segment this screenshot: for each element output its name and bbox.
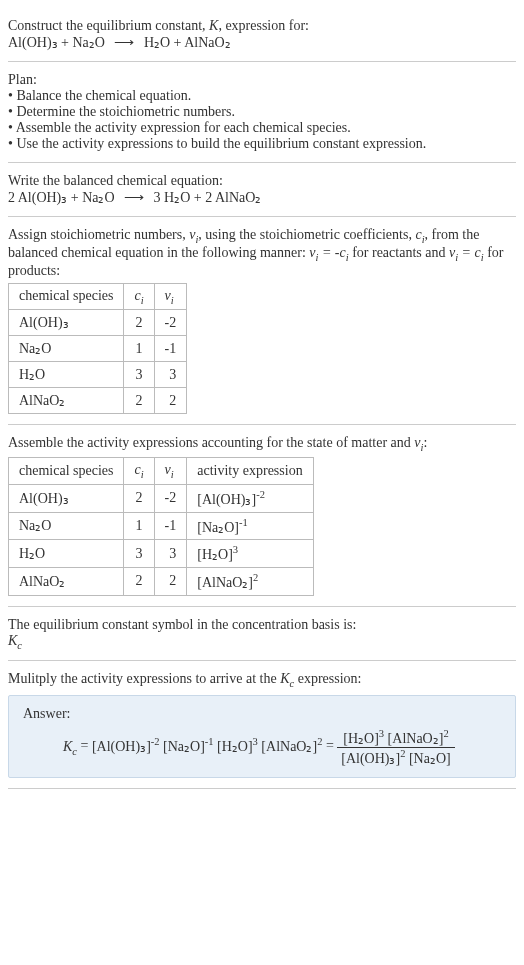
cell-c: 2 <box>124 484 154 512</box>
intro-line1a: Construct the equilibrium constant, <box>8 18 209 33</box>
symbol-text: The equilibrium constant symbol in the c… <box>8 617 516 633</box>
fraction: [H₂O]3 [AlNaO₂]2 [Al(OH)₃]2 [Na₂O] <box>337 728 454 766</box>
stoich-section: Assign stoichiometric numbers, νi, using… <box>8 217 516 425</box>
table-row: Na₂O 1 -1 <box>9 336 187 362</box>
plan-item: Balance the chemical equation. <box>8 88 516 104</box>
term4: [AlNaO₂]2 <box>261 739 322 754</box>
st-d: for reactants and <box>349 245 449 260</box>
kc-inline: Kc <box>280 671 294 686</box>
rel-products: νi = ci <box>449 245 484 260</box>
cell-species: AlNaO₂ <box>9 388 124 414</box>
plan-item: Use the activity expressions to build th… <box>8 136 516 152</box>
intro-section: Construct the equilibrium constant, K, e… <box>8 8 516 62</box>
table-row: Al(OH)₃ 2 -2 <box>9 310 187 336</box>
final-intro: Mulitply the activity expressions to arr… <box>8 671 516 689</box>
st-a: Assign stoichiometric numbers, <box>8 227 189 242</box>
kc-lhs: Kc <box>63 739 77 754</box>
term2: [Na₂O]-1 <box>163 739 214 754</box>
kc-symbol: Kc <box>8 633 516 651</box>
symbol-section: The equilibrium constant symbol in the c… <box>8 607 516 662</box>
cell-expr: [Al(OH)₃]-2 <box>187 484 313 512</box>
denominator: [Al(OH)₃]2 [Na₂O] <box>337 748 454 767</box>
cell-v: -1 <box>154 336 187 362</box>
cell-species: Al(OH)₃ <box>9 484 124 512</box>
table-row: AlNaO₂ 2 2 <box>9 388 187 414</box>
cell-c: 2 <box>124 388 154 414</box>
cell-c: 1 <box>124 512 154 540</box>
eq-rhs: H₂O + AlNaO₂ <box>144 35 231 50</box>
stoich-text: Assign stoichiometric numbers, νi, using… <box>8 227 516 279</box>
cell-expr: [Na₂O]-1 <box>187 512 313 540</box>
balanced-rhs: 3 H₂O + 2 AlNaO₂ <box>154 190 262 205</box>
st-b: , using the stoichiometric coefficients, <box>198 227 415 242</box>
table-row: Na₂O 1 -1 [Na₂O]-1 <box>9 512 314 540</box>
cell-c: 2 <box>124 310 154 336</box>
cell-c: 3 <box>124 362 154 388</box>
act-a: Assemble the activity expressions accoun… <box>8 435 414 450</box>
cell-species: Na₂O <box>9 336 124 362</box>
th-expr: activity expression <box>187 458 313 485</box>
fin-b: expression: <box>294 671 361 686</box>
cell-species: Na₂O <box>9 512 124 540</box>
plan-section: Plan: Balance the chemical equation. Det… <box>8 62 516 163</box>
cell-expr: [H₂O]3 <box>187 540 313 568</box>
th-species: chemical species <box>9 458 124 485</box>
rel-reactants: νi = -ci <box>309 245 348 260</box>
equals2: = <box>322 739 337 754</box>
activity-table: chemical species ci νi activity expressi… <box>8 457 314 595</box>
cell-c: 2 <box>124 567 154 595</box>
fin-a: Mulitply the activity expressions to arr… <box>8 671 280 686</box>
term1: [Al(OH)₃]-2 <box>92 739 160 754</box>
plan-item: Determine the stoichiometric numbers. <box>8 104 516 120</box>
final-section: Mulitply the activity expressions to arr… <box>8 661 516 788</box>
eq-lhs: Al(OH)₃ + Na₂O <box>8 35 105 50</box>
cell-species: H₂O <box>9 540 124 568</box>
unbalanced-equation: Al(OH)₃ + Na₂O ⟶ H₂O + AlNaO₂ <box>8 34 516 51</box>
answer-equation: Kc = [Al(OH)₃]-2 [Na₂O]-1 [H₂O]3 [AlNaO₂… <box>23 728 501 766</box>
table-row: H₂O 3 3 <box>9 362 187 388</box>
cell-c: 1 <box>124 336 154 362</box>
arrow-icon: ⟶ <box>124 189 144 206</box>
stoich-table: chemical species ci νi Al(OH)₃ 2 -2 Na₂O… <box>8 283 187 415</box>
balanced-equation: 2 Al(OH)₃ + Na₂O ⟶ 3 H₂O + 2 AlNaO₂ <box>8 189 516 206</box>
intro-line1b: , expression for: <box>218 18 309 33</box>
answer-box: Answer: Kc = [Al(OH)₃]-2 [Na₂O]-1 [H₂O]3… <box>8 695 516 777</box>
cell-species: Al(OH)₃ <box>9 310 124 336</box>
answer-label: Answer: <box>23 706 501 722</box>
cell-c: 3 <box>124 540 154 568</box>
cell-v: 2 <box>154 567 187 595</box>
table-row: AlNaO₂ 2 2 [AlNaO₂]2 <box>9 567 314 595</box>
cell-expr: [AlNaO₂]2 <box>187 567 313 595</box>
table-header-row: chemical species ci νi activity expressi… <box>9 458 314 485</box>
cell-v: -2 <box>154 484 187 512</box>
cell-species: AlNaO₂ <box>9 567 124 595</box>
th-c: ci <box>124 458 154 485</box>
cell-v: -2 <box>154 310 187 336</box>
c-symbol: ci <box>415 227 424 242</box>
cell-v: 2 <box>154 388 187 414</box>
balanced-section: Write the balanced chemical equation: 2 … <box>8 163 516 217</box>
balanced-intro: Write the balanced chemical equation: <box>8 173 516 189</box>
arrow-icon: ⟶ <box>114 34 134 51</box>
cell-v: 3 <box>154 362 187 388</box>
table-header-row: chemical species ci νi <box>9 283 187 310</box>
activity-text: Assemble the activity expressions accoun… <box>8 435 516 453</box>
th-c: ci <box>124 283 154 310</box>
balanced-lhs: 2 Al(OH)₃ + Na₂O <box>8 190 115 205</box>
cell-v: 3 <box>154 540 187 568</box>
plan-item: Assemble the activity expression for eac… <box>8 120 516 136</box>
nu-symbol: νi <box>189 227 198 242</box>
equals: = <box>77 739 92 754</box>
th-species: chemical species <box>9 283 124 310</box>
act-b: : <box>423 435 427 450</box>
table-row: H₂O 3 3 [H₂O]3 <box>9 540 314 568</box>
term3: [H₂O]3 <box>217 739 258 754</box>
cell-species: H₂O <box>9 362 124 388</box>
cell-v: -1 <box>154 512 187 540</box>
table-row: Al(OH)₃ 2 -2 [Al(OH)₃]-2 <box>9 484 314 512</box>
intro-text: Construct the equilibrium constant, K, e… <box>8 18 516 34</box>
th-v: νi <box>154 283 187 310</box>
K-symbol: K <box>209 18 218 33</box>
plan-title: Plan: <box>8 72 516 88</box>
activity-section: Assemble the activity expressions accoun… <box>8 425 516 606</box>
